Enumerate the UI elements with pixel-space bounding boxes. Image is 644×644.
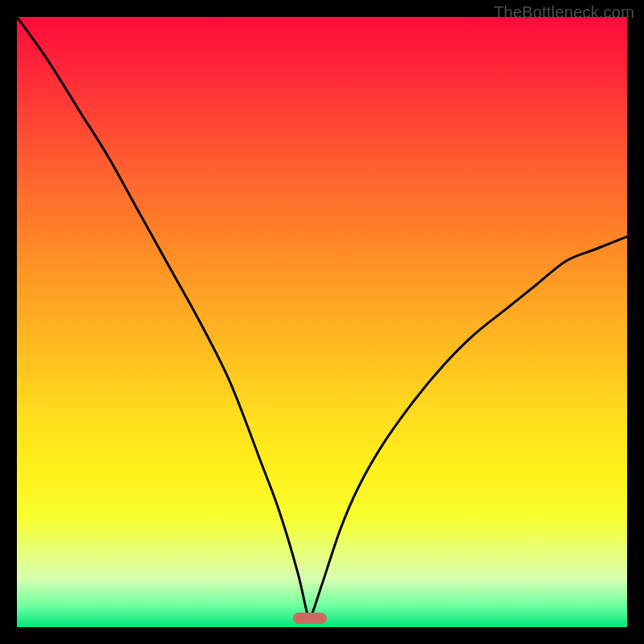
bottleneck-curve bbox=[17, 17, 627, 627]
optimal-point-marker bbox=[293, 613, 327, 624]
watermark-text: TheBottleneck.com bbox=[493, 3, 634, 22]
plot-area bbox=[17, 17, 627, 627]
chart-frame: TheBottleneck.com bbox=[0, 0, 644, 644]
curve-path bbox=[17, 17, 627, 618]
